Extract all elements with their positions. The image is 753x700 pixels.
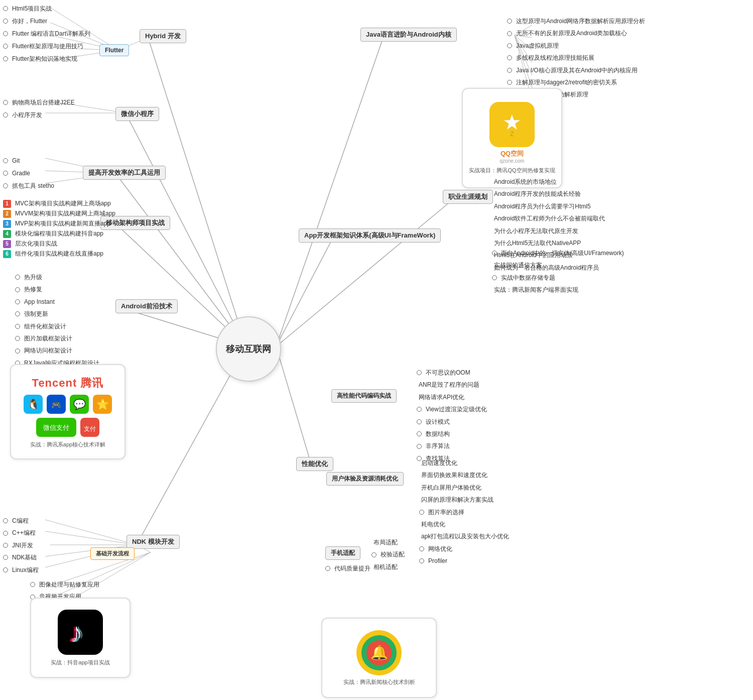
leaf-html5: Html5项目实战 <box>3 3 54 15</box>
branch-tools: 提高开发效率的工具运用 <box>83 166 166 180</box>
qq-space-image: ★ Z QQ空间 qzone.com 实战项目：腾讯QQ空间热修复实现 <box>462 88 562 188</box>
sub-high-quality: 高性能代码编码实战 <box>331 389 397 403</box>
high-quality-children: 不可思议的OOM ANR是毁了程序的问题 网络请求API优化 View过渡渲染定… <box>417 367 489 464</box>
sub-phone-adapt: 手机适配 <box>325 546 360 560</box>
svg-text:Z: Z <box>510 131 514 138</box>
qq-caption: 实战项目：腾讯QQ空间热修复实现 <box>465 167 559 174</box>
sub-basic-dev: 基础开发流程 <box>90 547 135 560</box>
svg-line-28 <box>45 520 137 545</box>
code-quality: 代码质量提升 <box>325 562 372 574</box>
svg-text:微信支付: 微信支付 <box>43 424 69 431</box>
pay2-icon: 支付 <box>80 418 99 437</box>
leaf-gradle: Gradle <box>3 167 32 179</box>
svg-text:🔔: 🔔 <box>370 644 388 661</box>
svg-line-9 <box>276 346 311 464</box>
svg-text:♪: ♪ <box>67 617 81 648</box>
tencent-caption: 实战：腾讯系app核心技术详解 <box>30 441 105 448</box>
framework-children: 面向Android中的一切实体(高级UI/Framework) 实战间的通信方案… <box>492 247 626 296</box>
tencent-game-icon: 🎮 <box>47 395 66 414</box>
svg-line-29 <box>45 531 137 545</box>
qq-news-caption: 实战：腾讯新闻核心技术剖析 <box>343 678 415 686</box>
branch-career: 职业生涯规划 <box>443 190 493 204</box>
sub-user-exp: 用户体验及资源消耗优化 <box>326 472 404 486</box>
wechat-icon: 💬 <box>70 395 89 414</box>
svg-text:🎮: 🎮 <box>51 400 61 410</box>
svg-line-5 <box>137 346 246 545</box>
svg-text:⭐: ⭐ <box>96 398 109 410</box>
branch-performance: 性能优化 <box>296 457 333 471</box>
branch-app-framework: App开发框架知识体系(高级UI与FrameWork) <box>299 228 441 243</box>
user-exp-children: 启动速度优化 界面切换效果和速度优化 开机白屏用户体验优化 闪屏的原理和解决方案… <box>419 457 511 567</box>
svg-line-7 <box>276 198 454 346</box>
center-node: 移动互联网 <box>216 316 281 382</box>
svg-line-8 <box>276 236 334 346</box>
leaf-stetho: 抓包工具 stetho <box>3 180 56 192</box>
tiktok-caption: 实战：抖音app项目实战 <box>51 659 109 666</box>
leaf-flutter-hello: 你好，Flutter <box>3 15 49 27</box>
qqzone-logo: ★ Z <box>489 102 535 147</box>
leaf-miniapp: 小程序开发 <box>3 109 44 121</box>
qq-news-image: 🔔 实战：腾讯新闻核心技术剖析 <box>321 618 437 698</box>
branch-hybrid: Hybrid 开发 <box>140 29 186 43</box>
leaf-flutter-framework: Flutter框架原理与使用技巧 <box>3 40 85 52</box>
tiktok-image: ♪ ♪ ♪ 实战：抖音app项目实战 <box>30 598 131 678</box>
svg-text:支付: 支付 <box>84 425 96 432</box>
svg-line-6 <box>276 35 384 346</box>
phone-adapt-children: 布局适配 校验适配 相机适配 <box>371 536 407 573</box>
svg-text:💬: 💬 <box>73 398 86 410</box>
wechat-pay-icon: 微信支付 <box>36 418 76 437</box>
arch-item-4: 4 模块化编程项目实战构建抖音app <box>3 228 105 239</box>
svg-line-2 <box>115 173 246 346</box>
qq-icon: 🐧 <box>24 395 43 414</box>
leaf-flutter-dart: Flutter 编程语言Dart详解系列 <box>3 28 92 40</box>
sub-flutter: Flutter <box>99 44 129 56</box>
tencent-apps: 🐧 🎮 💬 ⭐ 微信支付 <box>11 395 124 437</box>
branch-wechat: 微信小程序 <box>115 107 159 121</box>
arch-item-5: 5 层次化项目实战 <box>3 239 59 249</box>
arch-item-3: 3 MVP架构项目实战构建新闻直播app <box>3 218 112 229</box>
tencent-image: Tencent 腾讯 🐧 🎮 💬 ⭐ <box>10 364 126 459</box>
center-label: 移动互联网 <box>226 343 271 355</box>
arch-item-6: 6 组件化项目实战构建在线直播app <box>3 249 105 259</box>
branch-android-frontier: Android前沿技术 <box>115 299 178 313</box>
qq-news-logo: 🔔 <box>356 630 402 675</box>
tiktok-logo: ♪ ♪ ♪ <box>58 610 103 655</box>
branch-java: Java语言进阶与Android内核 <box>360 28 457 42</box>
leaf-flutter-arch: Flutter架构知识落地实现 <box>3 53 79 65</box>
svg-text:🐧: 🐧 <box>27 398 40 410</box>
leaf-shopping: 购物商场后台搭建J2EE <box>3 96 77 108</box>
leaf-git: Git <box>3 155 22 167</box>
mind-map-canvas: 移动互联网 Hybrid 开发 Flutter Html5项目实战 你好，Flu… <box>0 0 753 700</box>
arch-item-1: 1 MVC架构项目实战构建网上商场app <box>3 198 113 209</box>
ndk-children: C编程 C++编程 JNI开发 NDK基础 Linux编程 <box>3 515 41 576</box>
arch-item-2: 2 MVVM架构项目实战构建网上商城app <box>3 208 117 219</box>
branch-ndk: NDK 模块开发 <box>127 535 180 549</box>
star-icon: ⭐ <box>93 395 112 414</box>
